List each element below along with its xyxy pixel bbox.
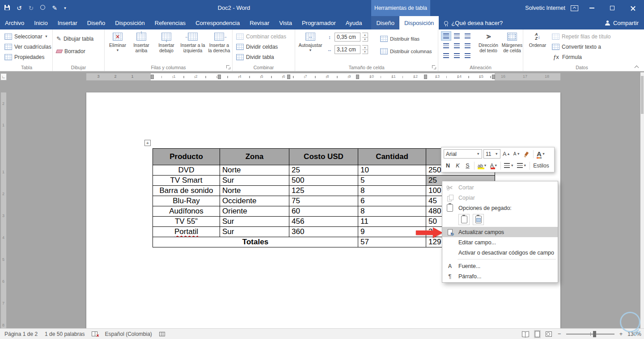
macro-record-icon[interactable] <box>159 332 165 336</box>
column-marker-icon[interactable] <box>492 75 495 79</box>
menu-item-cortar[interactable]: Cortar <box>442 182 558 193</box>
table-cell[interactable]: 11 <box>358 217 426 227</box>
proofing-errors-icon[interactable] <box>92 331 97 336</box>
close-button[interactable] <box>623 0 643 16</box>
styles-button[interactable]: Estilos <box>532 161 550 170</box>
insert-left-button[interactable]: ← Insertar a la izquierda <box>179 31 207 54</box>
split-cells-button[interactable]: Dividir celdas <box>236 42 278 51</box>
table-cell[interactable]: Norte <box>220 165 289 176</box>
sort-button[interactable]: AZ↓ Ordenar <box>526 31 549 48</box>
tab-vista[interactable]: Vista <box>274 16 297 29</box>
styles-gallery-button[interactable]: A▼ <box>536 149 546 159</box>
tab-ayuda[interactable]: Ayuda <box>341 16 367 29</box>
menu-item-actualizar-campos[interactable]: Actualizar campos <box>442 227 558 237</box>
align-center-left-button[interactable] <box>441 41 451 50</box>
read-mode-button[interactable] <box>521 331 530 337</box>
insert-below-button[interactable]: ↓ Insertar debajo <box>155 31 178 54</box>
select-table-button[interactable]: Seleccionar ▼ <box>4 32 48 41</box>
table-cell[interactable]: 10 <box>358 165 426 176</box>
tab-programador[interactable]: Programador <box>297 16 341 29</box>
column-marker-icon[interactable] <box>287 75 290 79</box>
table-cell[interactable]: Sur <box>220 176 289 186</box>
tab-tabletools-diseno[interactable]: Diseño <box>371 16 399 29</box>
autofit-button[interactable]: ↔ Autoajustar ▼ <box>297 31 324 52</box>
horizontal-ruler[interactable]: 3 2 1 1 2 3 4 5 6 7 8 9 10 11 12 13 14 1… <box>0 72 644 81</box>
table-header-cell[interactable]: Costo USD <box>289 149 358 165</box>
paste-keep-formatting-button[interactable] <box>458 214 470 225</box>
share-button[interactable]: Compartir <box>605 16 639 29</box>
table-cell[interactable]: 60 <box>289 206 358 217</box>
distribute-rows-button[interactable]: Distribuir filas <box>380 34 419 43</box>
table-cell[interactable]: 5 <box>358 176 426 186</box>
grow-font-button[interactable]: A▲ <box>502 149 511 159</box>
table-cell[interactable]: Oriente <box>220 206 289 217</box>
align-bottom-right-button[interactable] <box>462 51 473 60</box>
merge-cells-button[interactable]: Combinar celdas <box>236 32 286 41</box>
column-marker-icon[interactable] <box>356 75 359 79</box>
align-center-right-button[interactable] <box>462 41 473 50</box>
align-center-button[interactable] <box>452 41 462 50</box>
table-properties-button[interactable]: Propiedades <box>4 52 44 62</box>
split-table-button[interactable]: Dividir tabla <box>236 52 274 62</box>
tell-me-box[interactable]: ¿Qué desea hacer? <box>439 16 508 29</box>
table-cell[interactable]: 360 <box>289 227 358 237</box>
tab-revisar[interactable]: Revisar <box>245 16 274 29</box>
italic-button[interactable]: K <box>453 161 462 170</box>
cell-margins-button[interactable]: Márgenes de celda <box>502 31 522 54</box>
table-cell[interactable]: 500 <box>289 176 358 186</box>
column-marker-icon[interactable] <box>218 75 221 79</box>
spin-down-icon[interactable]: ▼ <box>362 50 368 54</box>
table-header-cell[interactable]: Producto <box>153 149 220 165</box>
vertical-scrollbar[interactable] <box>640 72 644 328</box>
numbering-button[interactable]: ▼ <box>516 161 527 170</box>
align-top-left-button[interactable] <box>441 31 451 41</box>
row-height-spinner[interactable]: ↕ 0,35 cm ▲▼ <box>326 33 368 42</box>
highlight-button[interactable]: ab▼ <box>477 161 488 170</box>
align-bottom-left-button[interactable] <box>441 51 451 60</box>
table-cell[interactable]: Sur <box>220 217 289 227</box>
scrollbar-thumb[interactable] <box>641 76 644 114</box>
table-cell[interactable]: Audífonos <box>153 206 220 217</box>
table-cell[interactable]: 8 <box>358 186 426 196</box>
paste-picture-button[interactable] <box>473 214 484 225</box>
table-cell[interactable]: 75 <box>289 196 358 206</box>
tab-insertar[interactable]: Insertar <box>53 16 82 29</box>
tab-referencias[interactable]: Referencias <box>150 16 191 29</box>
totals-label-cell[interactable]: Totales <box>153 237 358 247</box>
table-cell[interactable]: Blu-Ray <box>153 196 220 206</box>
table-cell[interactable]: TV 55” <box>153 217 220 227</box>
menu-item-codigos-campo[interactable]: Activar o desactivar códigos de campo <box>442 247 558 258</box>
spinner-arrows[interactable]: ▲▼ <box>362 33 368 42</box>
collapse-ribbon-button[interactable] <box>631 63 641 71</box>
tab-stop-selector[interactable]: ∟ <box>0 73 7 80</box>
table-cell[interactable]: 125 <box>289 186 358 196</box>
table-cell[interactable]: Occidente <box>220 196 289 206</box>
insert-right-button[interactable]: → Insertar a la derecha <box>208 31 231 54</box>
distribute-columns-button[interactable]: Distribuir columnas <box>380 46 432 56</box>
table-cell[interactable]: Sur <box>220 227 289 237</box>
zoom-out-button[interactable]: − <box>557 331 562 337</box>
table-cell[interactable]: Norte <box>220 186 289 196</box>
maximize-button[interactable] <box>602 0 623 16</box>
spin-down-icon[interactable]: ▼ <box>362 38 368 42</box>
spin-up-icon[interactable]: ▲ <box>362 46 368 50</box>
delete-button[interactable]: × Eliminar ▼ <box>107 31 128 52</box>
convert-to-text-button[interactable]: Convertir texto a <box>552 42 601 51</box>
table-cell[interactable]: DVD <box>153 165 220 176</box>
column-width-value[interactable]: 3,12 cm <box>335 45 360 54</box>
table-cell[interactable]: TV Smart <box>153 176 220 186</box>
underline-button[interactable]: S <box>463 161 472 170</box>
table-header-cell[interactable]: Cantidad <box>358 149 426 165</box>
bold-button[interactable]: N <box>444 161 452 170</box>
table-cell[interactable]: 25 <box>289 165 358 176</box>
spin-up-icon[interactable]: ▲ <box>362 33 368 38</box>
page-indicator[interactable]: Página 1 de 2 <box>4 331 38 337</box>
web-layout-button[interactable] <box>545 331 553 338</box>
table-cell[interactable]: 6 <box>358 196 426 206</box>
column-marker-icon[interactable] <box>424 75 427 79</box>
table-cell[interactable]: 456 <box>289 217 358 227</box>
vertical-ruler[interactable]: 2 1 1 2 3 4 5 6 7 8 <box>0 72 7 328</box>
table-move-handle[interactable]: + <box>144 140 151 146</box>
tab-disposicion[interactable]: Disposición <box>110 16 149 29</box>
minimize-button[interactable] <box>581 0 602 16</box>
